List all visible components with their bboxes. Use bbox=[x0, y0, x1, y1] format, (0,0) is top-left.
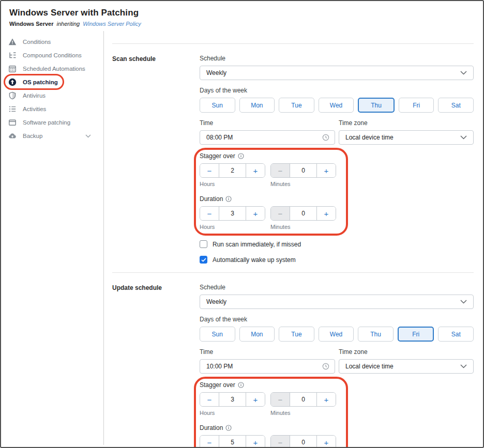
checkbox-checked[interactable] bbox=[200, 256, 207, 264]
run-scan-if-missed-checkbox-row[interactable]: Run scan immediately, if missed bbox=[200, 240, 474, 248]
up-arrow-circle-icon bbox=[8, 78, 17, 86]
decrement-button[interactable]: − bbox=[200, 207, 219, 220]
page-title: Windows Server with Patching bbox=[9, 8, 474, 18]
sidebar-item-label: Scheduled Automations bbox=[23, 66, 85, 72]
update-day-thu[interactable]: Thu bbox=[358, 327, 394, 342]
cloud-icon bbox=[8, 132, 17, 140]
scan-time-field[interactable] bbox=[200, 130, 335, 145]
update-timezone-value: Local device time bbox=[345, 363, 394, 370]
chevron-down-icon[interactable] bbox=[85, 134, 91, 138]
list-icon bbox=[8, 105, 17, 113]
body: Conditions Compound Conditions bbox=[1, 31, 483, 445]
info-icon bbox=[225, 425, 232, 431]
decrement-button-disabled[interactable]: − bbox=[271, 393, 290, 406]
chevron-down-icon bbox=[460, 364, 467, 368]
update-duration-hours-value[interactable] bbox=[219, 436, 246, 448]
scan-day-thu-selected[interactable]: Thu bbox=[358, 98, 395, 113]
increment-button[interactable]: + bbox=[316, 207, 336, 220]
red-annotation-circle bbox=[194, 148, 348, 236]
decrement-button-disabled[interactable]: − bbox=[271, 436, 290, 448]
sidebar-item-antivirus[interactable]: Antivirus bbox=[1, 89, 103, 102]
scan-day-wed[interactable]: Wed bbox=[319, 98, 354, 113]
increment-button[interactable]: + bbox=[316, 436, 336, 448]
policy-settings-window: Windows Server with Patching Windows Ser… bbox=[0, 0, 484, 448]
duration-label: Duration bbox=[200, 424, 223, 431]
update-stagger-hours-value[interactable] bbox=[219, 393, 246, 406]
decrement-button[interactable]: − bbox=[200, 436, 219, 448]
sidebar-item-activities[interactable]: Activities bbox=[1, 102, 103, 116]
increment-button[interactable]: + bbox=[246, 393, 265, 406]
sidebar-item-scheduled-automations[interactable]: Scheduled Automations bbox=[1, 62, 103, 75]
schedule-label: Schedule bbox=[200, 284, 474, 291]
scan-day-sat[interactable]: Sat bbox=[438, 98, 474, 113]
scan-duration-minutes-value[interactable] bbox=[290, 207, 316, 220]
timezone-label: Time zone bbox=[339, 119, 474, 127]
scan-day-tue[interactable]: Tue bbox=[279, 98, 314, 113]
sidebar-item-software-patching[interactable]: Software patching bbox=[1, 116, 103, 129]
sidebar-item-os-patching[interactable]: OS patching bbox=[1, 75, 103, 89]
update-day-wed[interactable]: Wed bbox=[319, 327, 354, 342]
scan-schedule-dropdown[interactable]: Weekly bbox=[200, 66, 474, 80]
update-day-sat[interactable]: Sat bbox=[438, 327, 474, 342]
scan-timezone-value: Local device time bbox=[345, 134, 394, 141]
update-stagger-minutes-value[interactable] bbox=[290, 393, 316, 406]
content: Scan schedule Schedule Weekly Days of th… bbox=[104, 31, 484, 445]
update-duration-minutes-value[interactable] bbox=[290, 436, 316, 448]
decrement-button-disabled[interactable]: − bbox=[271, 164, 290, 177]
clock-icon bbox=[322, 134, 329, 141]
sidebar-item-label: OS patching bbox=[23, 79, 58, 85]
update-time-field[interactable] bbox=[200, 359, 335, 374]
decrement-button[interactable]: − bbox=[200, 393, 219, 406]
checkbox-label: Automatically wake up system bbox=[213, 256, 296, 264]
sidebar-item-backup[interactable]: Backup bbox=[1, 129, 103, 143]
policy-subtitle: Windows Server inheriting Windows Server… bbox=[9, 21, 474, 27]
scan-timezone-dropdown[interactable]: Local device time bbox=[339, 130, 474, 145]
warning-triangle-icon bbox=[8, 38, 17, 46]
increment-button[interactable]: + bbox=[246, 164, 265, 177]
stagger-over-label: Stagger over bbox=[200, 381, 235, 389]
update-day-sun[interactable]: Sun bbox=[200, 327, 235, 342]
scan-duration-hours-value[interactable] bbox=[219, 207, 246, 220]
timezone-label: Time zone bbox=[339, 348, 474, 356]
window-icon bbox=[8, 118, 17, 127]
update-day-mon[interactable]: Mon bbox=[239, 327, 275, 342]
parent-policy-link[interactable]: Windows Server Policy bbox=[83, 21, 141, 27]
hours-unit-label: Hours bbox=[200, 224, 265, 230]
scan-stagger-minutes-value[interactable] bbox=[290, 164, 316, 177]
policy-name: Windows Server bbox=[9, 21, 53, 27]
time-label: Time bbox=[200, 348, 335, 356]
scan-day-mon[interactable]: Mon bbox=[239, 98, 275, 113]
scan-time-input[interactable] bbox=[206, 134, 322, 141]
sidebar-item-compound-conditions[interactable]: Compound Conditions bbox=[1, 49, 103, 62]
inheriting-text: inheriting bbox=[57, 21, 80, 27]
update-stagger-hours-stepper: − + bbox=[200, 392, 265, 407]
sidebar-item-conditions[interactable]: Conditions bbox=[1, 35, 103, 49]
checkbox-unchecked[interactable] bbox=[200, 240, 207, 248]
increment-button[interactable]: + bbox=[246, 436, 265, 448]
hours-unit-label: Hours bbox=[200, 410, 265, 416]
increment-button[interactable]: + bbox=[246, 207, 265, 220]
update-schedule-section: Update schedule Schedule Weekly Days of … bbox=[112, 273, 474, 448]
update-schedule-dropdown[interactable]: Weekly bbox=[200, 295, 474, 309]
info-icon bbox=[238, 153, 244, 159]
chevron-down-icon bbox=[460, 135, 467, 140]
info-icon bbox=[225, 196, 232, 202]
update-day-tue[interactable]: Tue bbox=[279, 327, 314, 342]
update-time-input[interactable] bbox=[206, 363, 322, 370]
increment-button[interactable]: + bbox=[316, 393, 336, 406]
update-days-of-week: Sun Mon Tue Wed Thu Fri Sat bbox=[200, 327, 474, 342]
update-stagger-minutes-stepper: − + bbox=[270, 392, 336, 407]
scan-stagger-minutes-stepper: − + bbox=[270, 163, 336, 178]
sidebar-item-label: Backup bbox=[23, 133, 42, 139]
scan-stagger-hours-value[interactable] bbox=[219, 164, 246, 177]
scan-day-fri[interactable]: Fri bbox=[399, 98, 434, 113]
update-duration-minutes-stepper: − + bbox=[270, 435, 336, 448]
increment-button[interactable]: + bbox=[316, 164, 336, 177]
tree-icon bbox=[8, 51, 17, 59]
decrement-button-disabled[interactable]: − bbox=[271, 207, 290, 220]
scan-day-sun[interactable]: Sun bbox=[200, 98, 235, 113]
auto-wake-up-checkbox-row[interactable]: Automatically wake up system bbox=[200, 256, 474, 264]
update-timezone-dropdown[interactable]: Local device time bbox=[339, 359, 474, 374]
update-day-fri-selected[interactable]: Fri bbox=[398, 327, 434, 342]
decrement-button[interactable]: − bbox=[200, 164, 219, 177]
